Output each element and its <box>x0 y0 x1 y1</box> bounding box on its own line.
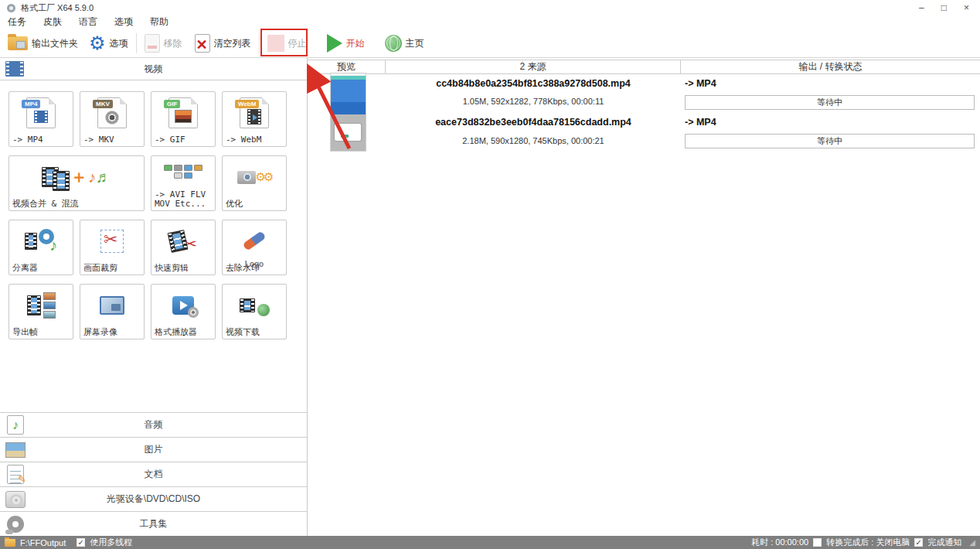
start-button[interactable]: 开始 <box>327 34 365 53</box>
video-section-header[interactable]: 视频 <box>0 58 307 80</box>
screen-record-icon <box>80 289 144 322</box>
start-label: 开始 <box>346 37 365 50</box>
menu-task[interactable]: 任务 <box>8 15 26 29</box>
sidebar-item-to-mkv[interactable]: MKV -> MKV <box>80 91 145 147</box>
avi-flv-mini-icons <box>151 161 215 182</box>
toolbar-separator <box>259 33 260 53</box>
sidebar-item-audio[interactable]: ♪ 音频 <box>0 412 307 437</box>
preview-thumbnail[interactable] <box>331 73 366 151</box>
row1-status-badge: 等待中 <box>685 95 975 110</box>
header-output: 输出 / 转换状态 <box>681 60 980 73</box>
stop-button[interactable]: 停止 <box>267 35 307 52</box>
menu-skin[interactable]: 皮肤 <box>43 15 62 29</box>
elapsed-time: 耗时 : 00:00:00 <box>751 537 808 548</box>
quick-cut-label: 快速剪辑 <box>155 264 213 273</box>
preview-thumbnail-bottom <box>331 114 366 151</box>
gif-badge: GIF <box>164 100 180 108</box>
home-button[interactable]: 主页 <box>385 35 424 52</box>
sidebar-item-optimize[interactable]: ⚙⚙ 优化 <box>222 155 287 211</box>
sidebar-item-to-webm[interactable]: WebM -> WebM <box>222 91 287 147</box>
menu-bar: 任务 皮肤 语言 选项 帮助 <box>0 14 980 29</box>
maximize-button[interactable]: □ <box>941 2 947 13</box>
menu-options[interactable]: 选项 <box>114 15 133 29</box>
audio-icon: ♪ <box>7 415 24 435</box>
to-avi-flv-label: -> AVI FLV MOV Etc... <box>155 190 213 209</box>
film-reel-icon <box>7 516 24 533</box>
toolbar-separator <box>136 33 137 53</box>
remove-button[interactable]: 移除 <box>145 34 182 53</box>
optimize-label: 优化 <box>226 199 284 209</box>
video-filmstrip-icon <box>5 61 24 77</box>
to-mp4-label: -> MP4 <box>12 135 71 145</box>
sidebar-item-toolset[interactable]: 工具集 <box>0 511 307 536</box>
sidebar-item-export-frames[interactable]: 导出帧 <box>9 284 73 339</box>
stop-label: 停止 <box>288 37 307 50</box>
window-title: 格式工厂 X64 5.9.0 <box>21 2 94 14</box>
sidebar: 视频 MP4 -> MP4 MKV -> MKV GIF -> GIF WebM… <box>0 58 308 536</box>
sidebar-item-remove-watermark[interactable]: Logo 去除水印 <box>222 220 287 275</box>
close-button[interactable]: × <box>964 2 969 13</box>
clear-list-icon: ✕ <box>195 34 210 53</box>
options-label: 选项 <box>110 37 128 50</box>
row2-output-format: -> MP4 <box>685 117 716 128</box>
title-bar: 格式工厂 X64 5.9.0 – □ × <box>0 0 980 14</box>
menu-language[interactable]: 语言 <box>79 15 97 29</box>
crop-label: 画面裁剪 <box>83 264 142 273</box>
output-path[interactable]: F:\FFOutput <box>20 538 66 547</box>
quick-cut-icon: ✂ <box>151 225 215 257</box>
sidebar-item-disc-device[interactable]: 光驱设备\DVD\CD\ISO <box>0 486 307 511</box>
header-source: 2 来源 <box>386 60 681 73</box>
toolset-label: 工具集 <box>0 517 307 530</box>
mp4-doc-icon: MP4 <box>26 97 56 128</box>
task-table-header: 预览 2 来源 输出 / 转换状态 <box>308 60 980 74</box>
gear-icon: ⚙ <box>89 34 106 53</box>
export-frames-icon <box>9 289 73 322</box>
format-player-icon <box>151 289 215 322</box>
sidebar-item-image[interactable]: 图片 <box>0 437 307 462</box>
sidebar-item-screen-record[interactable]: 屏幕录像 <box>80 284 145 339</box>
menu-help[interactable]: 帮助 <box>150 15 168 29</box>
sidebar-item-video-download[interactable]: 视频下载 <box>222 284 287 339</box>
output-folder-button[interactable]: 输出文件夹 <box>8 36 78 50</box>
minimize-button[interactable]: – <box>919 2 924 13</box>
sidebar-item-to-mp4[interactable]: MP4 -> MP4 <box>9 91 73 147</box>
watermark-eraser-icon <box>223 225 286 257</box>
sidebar-item-splitter[interactable]: ♪ 分离器 <box>9 220 73 275</box>
sidebar-item-video-merge[interactable]: ＋ ♪♬ 视频合并 & 混流 <box>9 155 145 211</box>
gif-doc-icon: GIF <box>168 97 198 128</box>
app-logo-icon <box>6 3 16 13</box>
notify-checkbox[interactable]: ✓ <box>914 538 923 547</box>
play-icon <box>327 34 342 53</box>
multithread-checkbox[interactable]: ✓ <box>77 538 85 547</box>
sidebar-item-to-avi-flv-mov[interactable]: -> AVI FLV MOV Etc... <box>151 155 216 211</box>
audio-label: 音频 <box>0 418 307 431</box>
shutdown-after-checkbox[interactable] <box>813 538 822 547</box>
output-path-folder-icon[interactable] <box>5 539 15 547</box>
stop-icon <box>267 35 284 52</box>
format-player-label: 格式播放器 <box>155 328 213 337</box>
sidebar-item-crop[interactable]: ✂ 画面裁剪 <box>80 220 145 275</box>
options-button[interactable]: ⚙ 选项 <box>89 34 128 53</box>
screen-record-label: 屏幕录像 <box>83 328 142 337</box>
sidebar-item-quick-cut[interactable]: ✂ 快速剪辑 <box>151 220 216 275</box>
video-merge-icon: ＋ ♪♬ <box>9 161 144 193</box>
sidebar-item-document[interactable]: 文档 <box>0 462 307 486</box>
category-list: ♪ 音频 图片 文档 光驱设备\DVD\CD\ISO 工具集 <box>0 412 307 536</box>
row1-filename: cc4b84b8e0a2354bf81c388a9278d508.mp4 <box>386 78 681 89</box>
export-frames-label: 导出帧 <box>12 328 71 337</box>
resize-grip[interactable]: ◢ <box>969 538 975 547</box>
splitter-icon: ♪ <box>9 225 73 257</box>
sidebar-item-to-gif[interactable]: GIF -> GIF <box>151 91 216 147</box>
to-mkv-label: -> MKV <box>83 135 142 145</box>
document-label: 文档 <box>0 468 307 481</box>
video-section-label: 视频 <box>0 63 307 76</box>
to-gif-label: -> GIF <box>155 135 213 145</box>
to-webm-label: -> WebM <box>226 135 284 145</box>
globe-icon <box>385 35 402 52</box>
clear-list-button[interactable]: ✕ 清空列表 <box>195 34 251 53</box>
status-bar: F:\FFOutput ✓ 使用多线程 耗时 : 00:00:00 转换完成后 … <box>0 536 980 549</box>
sidebar-item-format-player[interactable]: 格式播放器 <box>151 284 216 339</box>
multithread-label: 使用多线程 <box>90 537 132 548</box>
task-list-panel: 预览 2 来源 输出 / 转换状态 cc4b84b8e0a2354bf81c38… <box>308 58 980 536</box>
optimize-icon: ⚙⚙ <box>223 161 286 193</box>
